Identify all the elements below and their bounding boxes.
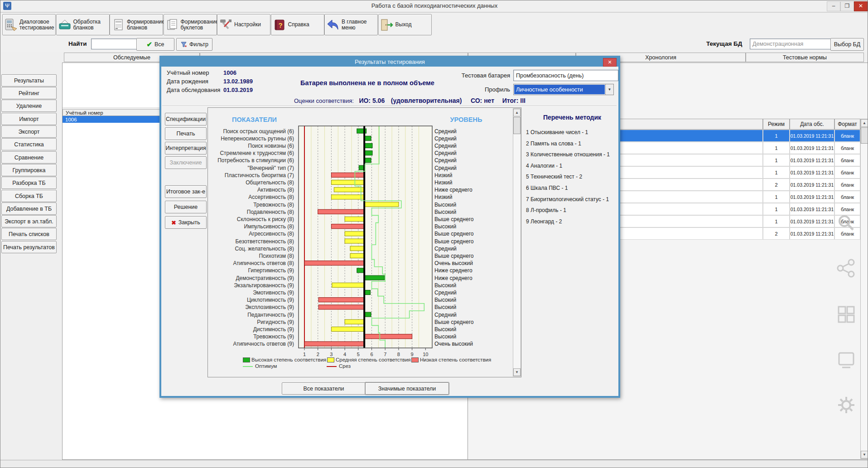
chart-scroll-down-icon[interactable]: ▼: [513, 368, 521, 376]
methods-list: 1 Отыскивание чисел - 12 Память на слова…: [526, 129, 610, 229]
minimize-button[interactable]: –: [827, 1, 840, 11]
table-row-6-cell-2[interactable]: 01.03.2019 11:21:31: [790, 191, 834, 203]
bar-Активность: [334, 188, 364, 192]
sidebar-item-4[interactable]: Импорт: [1, 113, 57, 125]
table-row-1-cell-3[interactable]: бланк: [834, 130, 860, 142]
chart-scroll-up-icon[interactable]: ▲: [513, 109, 521, 116]
close-window-button[interactable]: ✕: [854, 1, 868, 11]
legend-line-optimum: [243, 366, 253, 367]
sidebar-item-9[interactable]: Разборка ТБ: [1, 177, 57, 189]
table-row-6-cell-3[interactable]: бланк: [834, 191, 860, 203]
method-item-2[interactable]: 2 Память на слова - 1: [526, 140, 610, 152]
chevron-down-icon[interactable]: ▼: [605, 84, 613, 95]
method-item-8[interactable]: 8 Л-профиль - 1: [526, 207, 610, 218]
sidebar-item-11[interactable]: Добавление в ТБ: [1, 203, 57, 215]
toolbar-button-4[interactable]: Формирование буклетов: [164, 14, 217, 35]
window-titlebar: Ψ Работа с базой психодиагностических да…: [0, 0, 868, 12]
table-row-9-cell-1[interactable]: 2: [763, 227, 790, 240]
toolbar-button-1[interactable]: Диалоговое тестирование: [2, 14, 56, 35]
search-input[interactable]: [91, 39, 138, 49]
records-column-header-1[interactable]: Режим: [763, 119, 790, 130]
sidebar-item-14[interactable]: Печать результатов: [1, 241, 57, 253]
exit-icon: [380, 18, 395, 32]
bar-Стремление к трудностям: [364, 151, 372, 155]
method-item-4[interactable]: 4 Аналогии - 1: [526, 163, 610, 174]
table-row-2-cell-1[interactable]: 1: [763, 142, 790, 154]
table-row-7-cell-1[interactable]: 1: [763, 203, 790, 215]
dialog-button-Итоговое зак-е[interactable]: Итоговое зак-е: [165, 185, 207, 198]
method-item-5[interactable]: 5 Технический тест - 2: [526, 174, 610, 185]
chart-scrollbar-thumb[interactable]: [513, 117, 521, 134]
maximize-button[interactable]: ❐: [840, 1, 854, 11]
tab-Тестовые нормы[interactable]: Тестовые нормы: [746, 53, 864, 62]
birth-label: Дата рождения: [167, 78, 208, 85]
show-all-button[interactable]: ✔ Все: [136, 38, 174, 51]
sidebar-item-13[interactable]: Печать списков: [1, 228, 57, 240]
records-scrollbar[interactable]: ▲ ▼: [860, 119, 868, 459]
dialog-button-Решение[interactable]: Решение: [165, 201, 207, 213]
svg-text:?: ?: [278, 21, 282, 29]
method-item-7[interactable]: 7 Биоритмологический статус - 1: [526, 196, 610, 207]
sidebar-item-1[interactable]: Результаты: [1, 74, 57, 87]
toolbar-button-7[interactable]: В главное меню: [324, 14, 378, 35]
scores-line: Оценки соответствия: ИО: 5.06 (удовлетво…: [294, 97, 526, 104]
sidebar-item-3[interactable]: Удаление: [1, 100, 57, 112]
table-row-5-cell-2[interactable]: 01.03.2019 11:21:31: [790, 179, 834, 191]
table-row-3-cell-3[interactable]: бланк: [834, 154, 860, 166]
info-separator: [162, 106, 617, 106]
table-row-1-cell-1[interactable]: 1: [763, 130, 790, 142]
method-item-6[interactable]: 6 Шкала ПВС - 1: [526, 185, 610, 196]
current-db-input[interactable]: Демонстрационная: [750, 39, 831, 49]
battery-input[interactable]: Промбезопасность (день): [513, 70, 618, 81]
records-column-header-2[interactable]: Дата обс.: [790, 119, 834, 130]
table-row-2-cell-2[interactable]: 01.03.2019 11:21:31: [790, 142, 834, 154]
sidebar-item-5[interactable]: Экспорт: [1, 125, 57, 138]
sidebar-item-6[interactable]: Статистика: [1, 138, 57, 150]
table-row-8-cell-2[interactable]: 01.03.2019 11:21:31: [790, 215, 834, 227]
table-row-5-cell-3[interactable]: бланк: [834, 179, 860, 191]
table-row-6-cell-1[interactable]: 1: [763, 191, 790, 203]
exit-label: Выход: [395, 22, 412, 28]
table-row-5-cell-1[interactable]: 2: [763, 179, 790, 191]
toolbar-button-6[interactable]: ?Справка: [271, 14, 324, 35]
method-item-9[interactable]: 9 Леонгард - 2: [526, 218, 610, 230]
dialog-close-button[interactable]: ✕: [603, 58, 617, 67]
records-column-header-3[interactable]: Формат: [834, 119, 860, 130]
choose-db-button[interactable]: Выбор БД: [830, 38, 864, 51]
profile-dropdown[interactable]: Личностные особенности ▼: [513, 84, 614, 95]
sidebar-item-2[interactable]: Рейтинг: [1, 87, 57, 99]
bottom-button-Все показатели[interactable]: Все показатели: [282, 382, 366, 395]
method-item-1[interactable]: 1 Отыскивание чисел - 1: [526, 129, 610, 140]
table-row-9-cell-2[interactable]: 01.03.2019 11:21:31: [790, 227, 834, 240]
sidebar-item-12[interactable]: Экспорт в эл.табл.: [1, 215, 57, 227]
bottom-button-Значимые показатели[interactable]: Значимые показатели: [365, 382, 449, 395]
sidebar-item-10[interactable]: Сборка ТБ: [1, 190, 57, 202]
table-row-3-cell-2[interactable]: 01.03.2019 11:21:31: [790, 154, 834, 166]
scroll-down-icon[interactable]: ▼: [861, 451, 868, 458]
table-row-4-cell-2[interactable]: 01.03.2019 11:21:31: [790, 166, 834, 179]
table-row-4-cell-1[interactable]: 1: [763, 166, 790, 179]
filter-button[interactable]: Фильтр: [176, 38, 212, 51]
create-booklets-icon: [165, 18, 180, 32]
sidebar-item-7[interactable]: Сравнение: [1, 151, 57, 164]
sidebar-item-8[interactable]: Группировка: [1, 164, 57, 176]
dialog-button-Спецификации[interactable]: Спецификации: [165, 113, 207, 125]
dialog-button-Закрыть[interactable]: ✖Закрыть: [165, 216, 207, 229]
dialog-button-Интерпретация[interactable]: Интерпретация: [165, 142, 207, 154]
table-row-2-cell-3[interactable]: бланк: [834, 142, 860, 154]
toolbar-button-5[interactable]: Настройки: [217, 14, 270, 35]
table-row-1-cell-2[interactable]: 01.03.2019 11:21:31: [790, 130, 834, 142]
table-row-7-cell-2[interactable]: 01.03.2019 11:21:31: [790, 203, 834, 215]
table-row-8-cell-1[interactable]: 1: [763, 215, 790, 227]
bar-Циклотимность: [318, 298, 364, 302]
scrollbar-thumb[interactable]: [861, 127, 868, 144]
table-row-3-cell-1[interactable]: 1: [763, 154, 790, 166]
scroll-up-icon[interactable]: ▲: [861, 119, 868, 127]
method-item-3[interactable]: 3 Количественные отношения - 1: [526, 151, 610, 163]
chart-scrollbar[interactable]: ▲ ▼: [513, 108, 521, 376]
toolbar-button-3[interactable]: Формирование бланков: [110, 14, 163, 35]
toolbar-button-2[interactable]: Обработка бланков: [56, 14, 110, 35]
toolbar-button-8[interactable]: Выход: [378, 14, 432, 35]
table-row-4-cell-3[interactable]: бланк: [834, 166, 860, 179]
dialog-button-Печать[interactable]: Печать: [165, 127, 207, 140]
